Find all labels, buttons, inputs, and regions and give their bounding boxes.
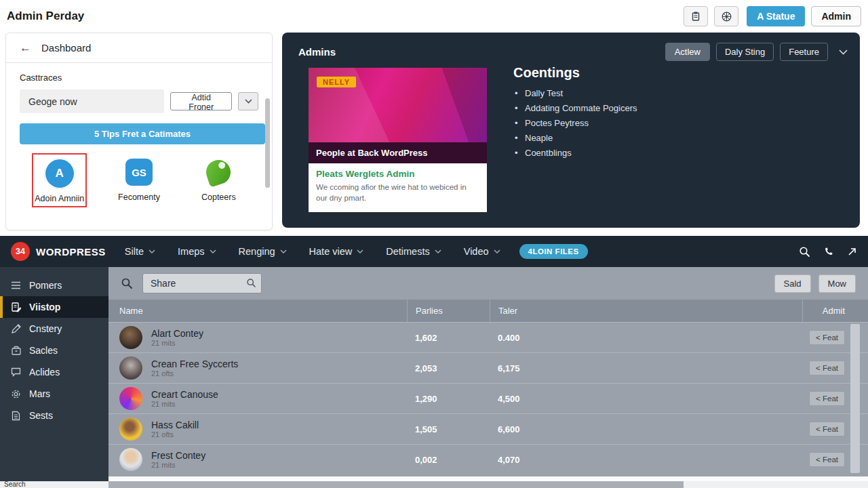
column-parlies[interactable]: Parlies (407, 300, 490, 322)
row-taler: 4,070 (490, 455, 802, 465)
wheel-icon (721, 11, 732, 22)
back-arrow-icon[interactable]: ← (20, 41, 31, 55)
wordpress-logo[interactable]: 34 WORDPRESS (11, 242, 106, 261)
dashboard-header: ← Dashboard (6, 33, 272, 63)
table-scrollbar[interactable] (850, 324, 860, 473)
menu-video[interactable]: Video (464, 246, 500, 257)
app-copteers[interactable]: Copteers (179, 153, 258, 207)
feat-button[interactable]: < Feat (809, 330, 845, 345)
app-label: Fecomenty (118, 192, 160, 202)
leaf-icon (203, 157, 234, 187)
feature-body: Pleats Werglets Admin We ccoming afior t… (309, 163, 487, 212)
admin-button[interactable]: Admin (811, 6, 861, 26)
actlew-button[interactable]: Actlew (665, 43, 710, 61)
wordpress-admin-bar: 34 WORDPRESS Silte Imeps Renging Hate vi… (0, 236, 868, 267)
coentings-list: Dally Test Addating Commate Pogicers Poc… (513, 88, 839, 158)
row-parlies: 0,002 (407, 455, 490, 465)
list-item[interactable]: Neaple (513, 133, 839, 143)
menu-imeps[interactable]: Imeps (178, 246, 216, 257)
avatar (119, 448, 142, 471)
sidebar-item-viistop[interactable]: Viistop (0, 296, 108, 318)
share-search (142, 273, 262, 293)
files-button[interactable]: 4LOIN FILES (519, 244, 588, 259)
list-item[interactable]: Coentblings (513, 148, 839, 158)
sidebar-item-sacles[interactable]: Sacles (0, 340, 108, 361)
table-toolbar: Sald Mow (108, 267, 868, 300)
row-meta: 21 ofts (151, 369, 238, 378)
wheel-button[interactable] (714, 6, 738, 26)
column-admit[interactable]: Admit (802, 300, 868, 322)
column-taler[interactable]: Taler (490, 300, 802, 322)
horizontal-scrollbar[interactable] (0, 481, 868, 488)
comments-icon (10, 367, 22, 377)
dropdown-button[interactable] (238, 92, 258, 110)
feat-button[interactable]: < Feat (809, 361, 845, 375)
search-icon[interactable] (121, 277, 133, 289)
geoge-input[interactable] (20, 89, 164, 113)
phone-icon[interactable] (823, 246, 834, 257)
admins-header: Admins Actlew Daly Sting Feeture (282, 33, 860, 61)
row-meta: 21 mits (151, 400, 218, 408)
admins-panel: Admins Actlew Daly Sting Feeture NELLY P… (282, 33, 860, 228)
menu-icon (10, 281, 22, 289)
coentings-section: Coentings Dally Test Addating Commate Po… (513, 65, 839, 163)
app-label: Adoin Amniin (35, 194, 84, 203)
table-row[interactable]: Crean Free Syccerts 21 ofts 2,053 6,175 … (108, 352, 868, 383)
feeture-button[interactable]: Feeture (780, 43, 828, 61)
sidebar-item-mars[interactable]: Mars (0, 383, 108, 405)
feat-button[interactable]: < Feat (809, 422, 845, 436)
table-row[interactable]: Frest Contey 21 mits 0,002 4,070 < Feat (108, 444, 868, 474)
expand-icon[interactable] (847, 247, 857, 257)
search-icon[interactable] (799, 246, 810, 258)
avatar (119, 387, 142, 410)
chevron-down-icon[interactable] (839, 49, 848, 55)
sidebar-item-sests[interactable]: Sests (0, 405, 108, 426)
feature-card[interactable]: NELLY People at Back WordPress Pleats We… (309, 68, 487, 212)
clipboard-button[interactable] (684, 6, 708, 26)
row-taler: 6,175 (490, 363, 802, 373)
share-search-input[interactable] (142, 273, 262, 293)
app-adoin[interactable]: A Adoin Amniin (20, 153, 99, 207)
gs-badge-icon: GS (125, 159, 153, 186)
row-meta: 21 ofts (151, 430, 199, 439)
list-item[interactable]: Poctes Peytress (513, 118, 839, 128)
menu-silte[interactable]: Silte (125, 246, 155, 257)
tips-button[interactable]: 5 Tips Fret a Catimates (20, 123, 265, 144)
table-row[interactable]: Hass Cakill 21 ofts 1,505 6,600 < Feat (108, 413, 868, 444)
row-name: Creart Canouse (151, 389, 218, 401)
panel-scrollbar[interactable] (265, 98, 270, 258)
list-item[interactable]: Addating Commate Pogicers (513, 103, 839, 113)
row-name: Hass Cakill (151, 420, 199, 431)
row-name: Alart Contey (151, 328, 203, 340)
dashboard-title: Dashboard (41, 42, 91, 54)
menu-hate-view[interactable]: Hate view (309, 246, 364, 257)
row-name: Crean Free Syccerts (151, 359, 238, 370)
statue-button[interactable]: A Statue (747, 6, 805, 26)
menu-renging[interactable]: Renging (239, 246, 287, 257)
menu-detimests[interactable]: Detimests (386, 246, 441, 257)
mow-button[interactable]: Mow (818, 274, 856, 293)
feat-button[interactable]: < Feat (809, 391, 845, 406)
sidebar-item-aclides[interactable]: Aclides (0, 361, 108, 383)
table-row[interactable]: Creart Canouse 21 mits 1,290 4,500 < Fea… (108, 383, 868, 413)
admins-title: Admins (298, 46, 336, 58)
sald-button[interactable]: Sald (774, 274, 811, 293)
taskbar-search-label[interactable]: Search (4, 481, 26, 488)
add-froner-button[interactable]: Adtid Froner (170, 92, 232, 110)
feature-link[interactable]: Pleats Werglets Admin (316, 169, 479, 179)
scrollbar-thumb[interactable] (108, 481, 684, 488)
row-meta: 21 mits (151, 461, 205, 469)
daly-sting-button[interactable]: Daly Sting (716, 43, 774, 61)
apps-row: A Adoin Amniin GS Fecomenty Copteers (20, 153, 258, 207)
row-parlies: 1,505 (407, 424, 490, 434)
feat-button[interactable]: < Feat (809, 452, 845, 467)
table-row[interactable]: Alart Contey 21 mits 1,602 0.400 < Feat (108, 322, 868, 352)
app-fecomenty[interactable]: GS Fecomenty (99, 153, 178, 207)
avatar (119, 418, 142, 441)
box-icon (10, 346, 22, 355)
list-item[interactable]: Dally Test (513, 88, 839, 98)
sidebar-item-cnstery[interactable]: Cnstery (0, 318, 108, 340)
sidebar-item-pomers[interactable]: Pomers (0, 274, 108, 296)
column-name[interactable]: Name (108, 300, 407, 322)
dashboard-body: Casttraces Adtid Froner 5 Tips Fret a Ca… (6, 63, 272, 207)
